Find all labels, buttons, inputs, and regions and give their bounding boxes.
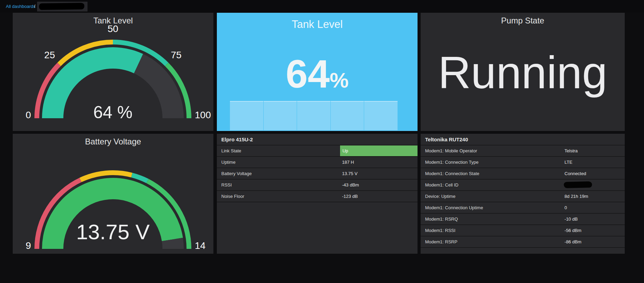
table-row-device-uptime: Device: Uptime 8d 21h 19m — [421, 190, 625, 202]
panel-tank-level-stat: Tank Level 64% — [217, 13, 418, 131]
gauge-value: 13.75 V — [76, 220, 150, 244]
row-value: Telstra — [564, 145, 578, 156]
table-row-rssi: Modem1: RSSI -56 dBm — [421, 224, 625, 236]
row-label: Modem1: Mobile Operator — [425, 145, 477, 156]
gauge-tick-label: 100 — [195, 110, 211, 120]
redaction-scribble — [564, 181, 592, 188]
gauge-tick-label: 50 — [107, 23, 118, 34]
pump-state-value: Running — [421, 47, 625, 99]
row-value: Up — [342, 145, 348, 156]
tank-level-value: 64% — [217, 54, 418, 94]
row-label: Modem1: Connection State — [425, 168, 479, 179]
row-value: -10 dB — [564, 214, 578, 224]
sparkline-bar — [264, 101, 297, 130]
breadcrumb: All dashboards / — [0, 0, 644, 13]
row-label: Link State — [221, 145, 241, 156]
row-value: 187 H — [342, 157, 354, 168]
sparkline — [230, 101, 398, 130]
sparkline-bar — [230, 101, 263, 130]
elpro-table: Link State Up Uptime 187 H Battery Volta… — [217, 145, 418, 202]
row-value: 0 — [564, 202, 567, 213]
row-value: Connected — [564, 168, 586, 179]
panel-tank-level-gauge: Tank Level 025507510064 % — [13, 13, 213, 131]
table-row-link-state: Link State Up — [217, 145, 418, 156]
row-value: 13.75 V — [342, 168, 358, 179]
table-row-rssi: RSSI -43 dBm — [217, 179, 418, 190]
row-label: Modem1: Cell ID — [425, 180, 458, 190]
row-label: Modem1: RSRQ — [425, 214, 458, 224]
row-label: Modem1: RSSI — [425, 225, 455, 236]
table-row-battery-voltage: Battery Voltage 13.75 V — [217, 168, 418, 179]
table-row-connection-state: Modem1: Connection State Connected — [421, 168, 625, 179]
table-row-rsrp: Modem1: RSRP -86 dBm — [421, 236, 625, 248]
gauge-tick-label: 25 — [44, 50, 55, 60]
redaction-scribble — [39, 3, 84, 10]
breadcrumb-separator: / — [34, 3, 35, 9]
panel-title-pump-state[interactable]: Pump State — [421, 16, 625, 26]
row-label: RSSI — [221, 180, 232, 190]
row-label: Noise Floor — [221, 191, 244, 202]
gauge-tick-label: 75 — [171, 50, 181, 60]
sparkline-bar — [331, 101, 364, 130]
sparkline-bar — [364, 101, 398, 130]
tank-level-gauge: 025507510064 % — [13, 13, 213, 131]
row-label: Device: Uptime — [425, 191, 455, 202]
tank-level-number: 64 — [286, 54, 330, 94]
table-row-connection-type: Modem1: Connection Type LTE — [421, 156, 625, 168]
tank-level-unit: % — [330, 70, 349, 91]
sparkline-bar — [297, 101, 330, 130]
panel-battery-voltage-gauge: Battery Voltage 91413.75 V — [13, 134, 213, 254]
table-row-rsrq: Modem1: RSRQ -10 dB — [421, 213, 625, 224]
row-value: -56 dBm — [564, 225, 581, 236]
table-row-cell-id: Modem1: Cell ID — [421, 179, 625, 190]
row-label: Modem1: Connection Uptime — [425, 202, 483, 213]
gauge-tick-label: 14 — [195, 240, 205, 251]
panel-elpro-415u2: Elpro 415U-2 Link State Up Uptime 187 H … — [217, 134, 418, 254]
row-label: Battery Voltage — [221, 168, 252, 179]
row-value: -86 dBm — [564, 236, 581, 247]
table-row-noise-floor: Noise Floor -123 dB — [217, 190, 418, 202]
gauge-value: 64 % — [93, 103, 133, 122]
teltonika-table: Modem1: Mobile Operator Telstra Modem1: … — [421, 145, 625, 248]
row-label: Uptime — [221, 157, 235, 168]
gauge-tick-label: 9 — [25, 240, 31, 251]
row-label: Modem1: Connection Type — [425, 157, 478, 168]
row-value: 8d 21h 19m — [564, 191, 588, 202]
panel-teltonika-rut240: Teltonika RUT240 Modem1: Mobile Operator… — [421, 134, 625, 254]
breadcrumb-all-dashboards-link[interactable]: All dashboards — [6, 4, 35, 9]
table-row-mobile-operator: Modem1: Mobile Operator Telstra — [421, 145, 625, 156]
row-value: -123 dB — [342, 191, 358, 202]
panel-title-teltonika[interactable]: Teltonika RUT240 — [425, 137, 468, 142]
breadcrumb-dashboard-name-redacted[interactable] — [37, 2, 87, 11]
table-row-connection-uptime: Modem1: Connection Uptime 0 — [421, 202, 625, 213]
row-value: -43 dBm — [342, 180, 359, 190]
panel-title-tank-level-stat[interactable]: Tank Level — [217, 18, 418, 31]
status-cell-up: Up — [340, 145, 418, 156]
panel-pump-state: Pump State Running — [421, 13, 625, 131]
row-value: LTE — [564, 157, 572, 168]
table-row-uptime: Uptime 187 H — [217, 156, 418, 168]
battery-voltage-gauge: 91413.75 V — [13, 134, 213, 254]
gauge-tick-label: 0 — [25, 110, 31, 120]
panel-title-elpro[interactable]: Elpro 415U-2 — [221, 137, 253, 142]
row-label: Modem1: RSRP — [425, 236, 457, 247]
